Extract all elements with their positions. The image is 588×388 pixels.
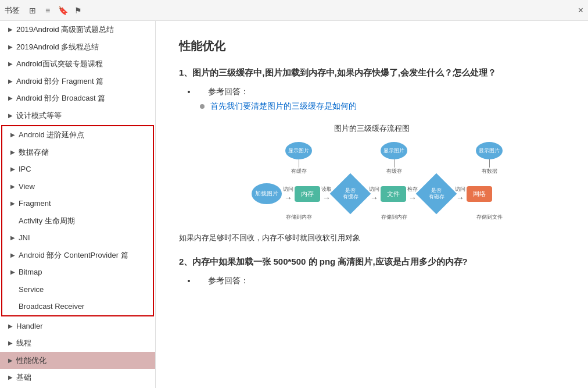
sidebar-item-datastorage[interactable]: ▶ 数据存储 bbox=[2, 144, 153, 161]
diagram-container: 图片的三级缓存流程图 显示图片 有缓存 bbox=[179, 123, 565, 221]
close-button[interactable]: × bbox=[578, 5, 583, 16]
diagram-title: 图片的三级缓存流程图 bbox=[179, 123, 565, 134]
sidebar-item-5[interactable]: ▶ Android 部分 Broadcast 篇 bbox=[0, 90, 155, 107]
arrow-icon: ▶ bbox=[8, 25, 13, 34]
arrow-icon: ▶ bbox=[8, 59, 13, 68]
sidebar-item-broadcast-receiver[interactable]: Broadcast Receiver bbox=[2, 298, 153, 315]
arrow-icon: ▶ bbox=[10, 268, 15, 276]
load-image-node: 加载图片 bbox=[252, 183, 282, 204]
sidebar-item-ipc[interactable]: ▶ IPC bbox=[2, 161, 153, 178]
sidebar-item-2[interactable]: ▶ 2019Android 多线程总结 bbox=[0, 38, 155, 56]
arrow-icon: ▶ bbox=[10, 148, 15, 156]
flag-icon[interactable]: ⚑ bbox=[72, 5, 84, 16]
arrow-icon: ▶ bbox=[10, 182, 15, 191]
diamond-1: 是否有缓存 bbox=[343, 187, 358, 200]
sidebar-item-service[interactable]: Service bbox=[2, 281, 153, 298]
bookmark-icon[interactable]: 🔖 bbox=[57, 5, 69, 16]
sidebar-item-1[interactable]: ▶ 2019Android 高级面试题总结 bbox=[0, 21, 155, 38]
toolbar-label: 书签 bbox=[5, 5, 20, 16]
grid-icon[interactable]: ⊞ bbox=[27, 5, 38, 16]
page-title: 性能优化 bbox=[179, 38, 565, 54]
sidebar-item-basics[interactable]: ▶ 基础 bbox=[0, 369, 155, 386]
sidebar-item-4[interactable]: ▶ Android 部分 Fragment 篇 bbox=[0, 73, 155, 90]
list-icon[interactable]: ≡ bbox=[42, 5, 53, 16]
arrow-icon: ▶ bbox=[8, 339, 13, 347]
sidebar-item-perf-opt[interactable]: ▶ 性能优化 bbox=[0, 352, 155, 369]
arrow-icon: ▶ bbox=[10, 251, 15, 259]
answer-label-2: 参考回答： bbox=[208, 276, 249, 285]
sidebar-item-jni[interactable]: ▶ JNI bbox=[2, 229, 153, 247]
sidebar-item-bitmap[interactable]: ▶ Bitmap bbox=[2, 264, 153, 281]
arrow-icon: ▶ bbox=[10, 233, 15, 242]
answer-label-1: 参考回答： bbox=[208, 87, 249, 96]
question-2: 2、内存中如果加载一张 500*500 的 png 高清图片,应该是占用多少的内… bbox=[179, 255, 565, 269]
sidebar-item-3[interactable]: ▶ Android面试突破专题课程 bbox=[0, 55, 155, 73]
arrow-icon: ▶ bbox=[8, 373, 13, 382]
arrow-icon: ▶ bbox=[8, 42, 13, 51]
sidebar-item-android-advanced[interactable]: ▶ Android 进阶延伸点 bbox=[2, 126, 153, 144]
arrow-icon: ▶ bbox=[10, 165, 15, 173]
sidebar-item-6[interactable]: ▶ 设计模式等等 bbox=[0, 107, 155, 124]
sidebar-item-contentprovider[interactable]: ▶ Android 部分 ContentProvider 篇 bbox=[2, 247, 153, 264]
arrow-icon: ▶ bbox=[8, 111, 13, 120]
question-1: 1、图片的三级缓存中,图片加载到内存中,如果内存快爆了,会发生什么？怎么处理？ bbox=[179, 66, 565, 80]
note-text: 如果内存足够时不回收，内存不够时就回收软引用对象 bbox=[179, 233, 565, 243]
toolbar: 书签 ⊞ ≡ 🔖 ⚑ × bbox=[0, 0, 588, 21]
arrow-icon: ▶ bbox=[8, 77, 13, 86]
arrow-icon: ▶ bbox=[8, 356, 13, 365]
display-img-1: 显示图片 bbox=[285, 142, 312, 159]
toolbar-icons: ⊞ ≡ 🔖 ⚑ bbox=[27, 5, 84, 16]
memory-node: 内存 bbox=[295, 186, 320, 202]
main-layout: ▶ 2019Android 高级面试题总结 ▶ 2019Android 多线程总… bbox=[0, 21, 588, 388]
arrow-icon: ▶ bbox=[10, 130, 15, 139]
arrow-icon: ▶ bbox=[10, 199, 15, 208]
sidebar-item-thread[interactable]: ▶ 线程 bbox=[0, 334, 155, 352]
display-img-3: 显示图片 bbox=[476, 142, 503, 159]
sidebar-item-activity-lifecycle[interactable]: Activity 生命周期 bbox=[2, 212, 153, 230]
sidebar: ▶ 2019Android 高级面试题总结 ▶ 2019Android 多线程总… bbox=[0, 21, 156, 388]
red-border-group: ▶ Android 进阶延伸点 ▶ 数据存储 ▶ IPC ▶ View ▶ Fr… bbox=[1, 125, 154, 316]
display-img-2: 显示图片 bbox=[381, 142, 407, 159]
sidebar-item-view[interactable]: ▶ View bbox=[2, 178, 153, 195]
arrow-icon: ▶ bbox=[8, 322, 13, 330]
file-node: 文件 bbox=[381, 186, 406, 202]
arrow-icon: ▶ bbox=[8, 94, 13, 102]
diamond-2: 是否有磁存 bbox=[429, 187, 444, 200]
sidebar-item-handler[interactable]: ▶ Handler bbox=[0, 318, 155, 335]
content-area: 性能优化 1、图片的三级缓存中,图片加载到内存中,如果内存快爆了,会发生什么？怎… bbox=[156, 21, 588, 388]
network-node: 网络 bbox=[467, 186, 492, 202]
answer-sub-1: 首先我们要清楚图片的三级缓存是如何的 bbox=[210, 101, 357, 111]
sidebar-item-fragment[interactable]: ▶ Fragment bbox=[2, 195, 153, 212]
